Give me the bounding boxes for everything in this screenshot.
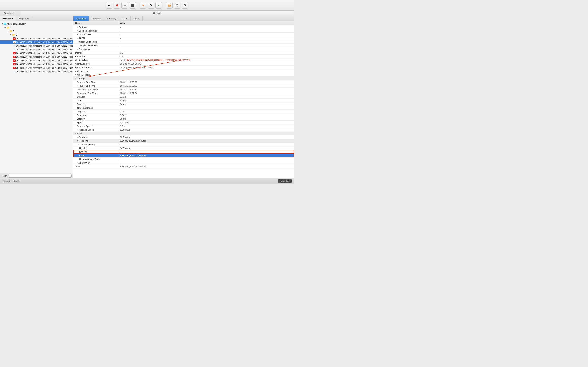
- table-row[interactable]: Uncompressed Body: [73, 157, 294, 161]
- table-row[interactable]: TLS Handshake -: [73, 143, 294, 146]
- row-value: -: [118, 25, 294, 29]
- row-name: ▶ALPN: [73, 36, 118, 40]
- pen-tool-button[interactable]: ✒: [106, 2, 112, 8]
- tab-sequence[interactable]: Sequence: [16, 16, 32, 21]
- row-name: Content-Type: [73, 58, 118, 62]
- tab-notes[interactable]: Notes: [131, 16, 143, 21]
- row-name: ▶Request: [73, 135, 118, 139]
- table-row[interactable]: ▶Connection: [73, 69, 294, 73]
- list-item[interactable]: ✕ 20180810165734_ninegame_v5.2.0.0_build…: [0, 62, 73, 66]
- table-row-body-selected[interactable]: Body 5.86 MB (6,141,180 bytes): [73, 154, 294, 157]
- tree-item-s[interactable]: ▶ 📁 s: [0, 26, 73, 29]
- chevron-right-icon: ▶: [77, 30, 78, 32]
- table-row[interactable]: Duration 5.71 s: [73, 95, 294, 99]
- table-row[interactable]: Response Speed 1.05 MB/s: [73, 128, 294, 132]
- check-button[interactable]: ✓: [155, 2, 162, 8]
- table-row[interactable]: Connect 34 ms: [73, 102, 294, 106]
- list-item-selected[interactable]: ✕ 20180810165734_ninegame_v5.2.0.0_build…: [0, 40, 73, 44]
- tree-item-3a[interactable]: ▶ 📁 3: [0, 29, 73, 33]
- row-value: -: [118, 40, 294, 43]
- list-item[interactable]: 📄 20180810165734_ninegame_v5.2.0.0_build…: [0, 44, 73, 48]
- structure-tabs: Structure Sequence: [0, 16, 73, 21]
- row-name: Response End Time: [73, 91, 118, 95]
- list-item[interactable]: 📄 20180810165734_ninegame_v5.2.0.0_build…: [0, 70, 73, 73]
- cloud-button[interactable]: ☁: [121, 2, 128, 8]
- gear-button[interactable]: ⚙: [182, 2, 188, 8]
- table-row[interactable]: Request End Time 18-8-21 16:50:59: [73, 84, 294, 88]
- row-name: Request Speed: [73, 124, 118, 128]
- row-name: Latency: [73, 117, 118, 120]
- row-name: ▶Size: [73, 132, 118, 135]
- table-row[interactable]: Latency 35 ms: [73, 117, 294, 121]
- table-row[interactable]: Request Speed 0 B/s: [73, 124, 294, 128]
- row-name: ▶Connection: [73, 69, 118, 73]
- tree-item-root[interactable]: ▶ 🌐 http://gdl.25pp.com: [0, 22, 73, 26]
- table-row[interactable]: Content-Type application/vnd.android.pac…: [73, 58, 294, 62]
- cross-button[interactable]: ✕: [174, 2, 180, 8]
- table-row[interactable]: Header 847 bytes: [73, 146, 294, 150]
- table-row[interactable]: Client Address 30.103.77.186:35679: [73, 62, 294, 66]
- list-item[interactable]: ✕ 20180810165734_ninegame_v5.2.0.0_build…: [0, 55, 73, 59]
- row-value: GET: [118, 51, 294, 54]
- error-icon: ✕: [13, 67, 16, 69]
- table-row[interactable]: Response Start Time 18-8-21 16:50:59: [73, 88, 294, 91]
- table-row[interactable]: Server Certificates -: [73, 44, 294, 47]
- row-value: 5.86 MB (6,142,027 bytes): [118, 139, 294, 142]
- table-row[interactable]: Compression -: [73, 161, 294, 165]
- row-value: -: [118, 143, 294, 146]
- basket-button[interactable]: 🧺: [166, 2, 173, 8]
- section-header-size[interactable]: ▶Size: [73, 132, 294, 135]
- table-row[interactable]: ▶Request 506 bytes: [73, 135, 294, 139]
- section-header-timing[interactable]: ▶Timing: [73, 77, 294, 80]
- row-value: [118, 157, 294, 161]
- table-row[interactable]: Client Certificates -: [73, 40, 294, 44]
- filter-input[interactable]: [9, 174, 72, 178]
- row-name: Remote Address: [73, 66, 118, 69]
- tab-contents[interactable]: Contents: [89, 16, 104, 21]
- table-row[interactable]: Cookies -: [73, 150, 294, 154]
- tab-summary[interactable]: Summary: [104, 16, 119, 21]
- table-row[interactable]: ▶Extensions: [73, 47, 294, 51]
- tree-area[interactable]: ▶ 🌐 http://gdl.25pp.com ▶ 📁 s ▶ 📁 3 ▶ 📁 …: [0, 21, 73, 173]
- table-row[interactable]: Request Start Time 18-8-21 16:50:58: [73, 80, 294, 84]
- table-row[interactable]: ▶Response 5.86 MB (6,142,027 bytes): [73, 139, 294, 143]
- table-row[interactable]: ▶WebSockets -: [73, 73, 294, 77]
- row-value-body: 5.86 MB (6,141,180 bytes): [118, 154, 294, 157]
- list-item[interactable]: ✕ 20180810165734_ninegame_v5.2.0.0_build…: [0, 66, 73, 70]
- filter-bar: Filter:: [0, 173, 73, 178]
- list-item[interactable]: ✕ 20180810165734_ninegame_v5.2.0.0_build…: [0, 37, 73, 40]
- table-row[interactable]: ▶Protocol -: [73, 25, 294, 29]
- table-row[interactable]: Request 0 ms: [73, 110, 294, 113]
- table-row[interactable]: ▶ALPN -: [73, 36, 294, 40]
- row-name: ▶Cipher Suite: [73, 33, 118, 36]
- list-item[interactable]: ✕ 20180810165734_ninegame_v5.2.0.0_build…: [0, 59, 73, 62]
- target-button[interactable]: ✦: [140, 2, 146, 8]
- detail-table[interactable]: Name Value ▶Protocol - ▶Session Resumed …: [73, 21, 294, 178]
- table-row[interactable]: DNS 43 ms: [73, 99, 294, 102]
- table-row[interactable]: Response 5.60 s: [73, 113, 294, 117]
- list-item[interactable]: ✕ 20180810165734_ninegame_v5.2.0.0_build…: [0, 51, 73, 55]
- tab-structure[interactable]: Structure: [0, 16, 16, 21]
- chevron-icon: ▶: [1, 23, 3, 25]
- table-row[interactable]: TLS Handshake -: [73, 106, 294, 110]
- refresh-button[interactable]: ↻: [148, 2, 154, 8]
- table-row[interactable]: Response End Time 18-8-21 16:51:04: [73, 91, 294, 95]
- list-item[interactable]: 📄 20180810165734_ninegame_v5.2.0.0_build…: [0, 48, 73, 51]
- tab-overview[interactable]: Overview: [73, 16, 89, 21]
- table-row[interactable]: ▶Session Resumed -: [73, 29, 294, 33]
- table-row[interactable]: ▶Cipher Suite -: [73, 33, 294, 36]
- row-value: 5.60 s: [118, 113, 294, 117]
- tree-item-3b[interactable]: ▶ 📁 3: [0, 33, 73, 37]
- tab-chart[interactable]: Chart: [119, 16, 131, 21]
- stop-button[interactable]: ⬛: [129, 2, 136, 8]
- session-tab-1[interactable]: Session 1 *: [0, 11, 20, 16]
- session-tab-untitled[interactable]: Untitled: [20, 11, 294, 16]
- row-value: application/vnd.android.package-archive: [118, 58, 294, 62]
- table-row[interactable]: Remote Address gdl.25pp.com/106.15.218.1…: [73, 66, 294, 69]
- table-row[interactable]: Total 5.86 MB (6,142,533 bytes): [73, 165, 294, 168]
- table-row[interactable]: Speed 1.03 MB/s: [73, 121, 294, 124]
- table-row[interactable]: Method GET: [73, 51, 294, 55]
- row-name: TLS Handshake: [73, 143, 118, 146]
- record-button[interactable]: ⏺: [114, 2, 120, 8]
- table-row[interactable]: Kept Alive No: [73, 55, 294, 58]
